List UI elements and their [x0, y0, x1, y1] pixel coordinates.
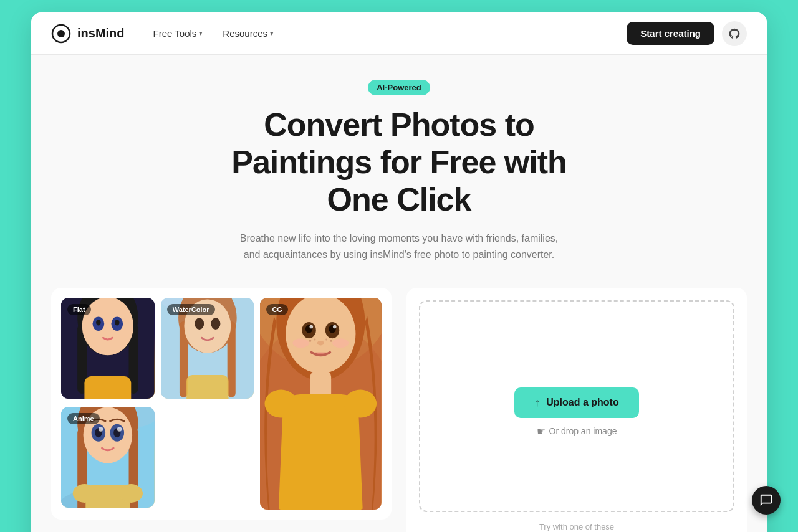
svg-point-37	[314, 338, 316, 340]
gallery-item-watercolor: WaterColor	[161, 298, 254, 399]
resources-label: Resources	[223, 28, 267, 39]
svg-point-55	[117, 427, 122, 431]
gallery-item-flat: Flat	[61, 298, 155, 399]
anime-label: Anime	[67, 413, 100, 424]
svg-point-38	[326, 338, 328, 340]
free-tools-chevron-icon: ▾	[199, 29, 203, 37]
svg-point-1	[57, 30, 65, 37]
hand-icon: ☛	[537, 425, 546, 437]
two-col-layout: Flat	[51, 288, 747, 532]
svg-point-34	[293, 338, 309, 348]
svg-point-20	[211, 318, 220, 330]
free-tools-nav[interactable]: Free Tools ▾	[145, 23, 212, 44]
svg-point-19	[195, 318, 204, 330]
drop-label: Or drop an image	[549, 426, 617, 436]
gallery-item-anime: Anime	[61, 407, 155, 508]
hero-section: AI-Powered Convert Photos to Paintings f…	[51, 80, 747, 263]
upload-panel: ↑ Upload a photo ☛ Or drop an image Try …	[406, 288, 747, 532]
nav-links: Free Tools ▾ Resources ▾	[145, 23, 627, 44]
navbar: insMind Free Tools ▾ Resources ▾ Start c…	[31, 12, 767, 55]
free-tools-label: Free Tools	[153, 28, 197, 39]
svg-point-32	[333, 325, 337, 328]
drop-text: ☛ Or drop an image	[537, 425, 617, 437]
svg-point-9	[96, 320, 100, 325]
hero-subtitle: Breathe new life into the loving moments…	[231, 230, 567, 262]
svg-point-58	[120, 484, 143, 503]
upload-icon: ↑	[534, 396, 540, 409]
drop-zone[interactable]: ↑ Upload a photo ☛ Or drop an image	[419, 300, 734, 512]
try-label: Try with one of these	[419, 522, 734, 531]
svg-point-36	[309, 340, 312, 342]
resources-chevron-icon: ▾	[270, 29, 274, 37]
svg-point-10	[115, 320, 119, 325]
svg-point-42	[344, 389, 377, 417]
main-content: AI-Powered Convert Photos to Paintings f…	[31, 55, 767, 532]
browser-window: insMind Free Tools ▾ Resources ▾ Start c…	[31, 12, 767, 532]
svg-point-57	[73, 484, 96, 503]
logo-icon	[51, 24, 71, 44]
upload-button-label: Upload a photo	[546, 397, 618, 408]
logo-area: insMind	[51, 24, 125, 44]
svg-point-33	[317, 341, 324, 345]
svg-point-41	[265, 389, 297, 417]
svg-point-39	[330, 340, 333, 342]
flat-label: Flat	[67, 304, 91, 315]
start-creating-button[interactable]: Start creating	[627, 22, 714, 45]
upload-photo-button[interactable]: ↑ Upload a photo	[514, 387, 638, 418]
try-section: Try with one of these	[419, 512, 734, 532]
svg-point-35	[332, 338, 349, 348]
svg-rect-21	[186, 375, 228, 399]
github-icon	[728, 27, 741, 40]
ai-badge: AI-Powered	[368, 80, 430, 95]
gallery-item-cg: CG	[260, 298, 382, 510]
watercolor-label: WaterColor	[167, 304, 215, 315]
svg-point-54	[99, 427, 103, 431]
cg-illustration	[260, 298, 382, 510]
chat-icon	[759, 493, 773, 507]
svg-point-26	[286, 298, 356, 373]
gallery-panel: Flat	[51, 288, 392, 520]
svg-point-31	[310, 325, 314, 328]
hero-title: Convert Photos to Paintings for Free wit…	[51, 107, 747, 218]
resources-nav[interactable]: Resources ▾	[214, 23, 282, 44]
svg-rect-11	[84, 376, 131, 398]
chat-widget[interactable]	[752, 486, 781, 515]
brand-name: insMind	[77, 26, 125, 40]
cg-label: CG	[266, 304, 288, 315]
nav-actions: Start creating	[627, 21, 747, 46]
github-button[interactable]	[722, 21, 747, 46]
gallery-grid: Flat	[61, 298, 382, 510]
